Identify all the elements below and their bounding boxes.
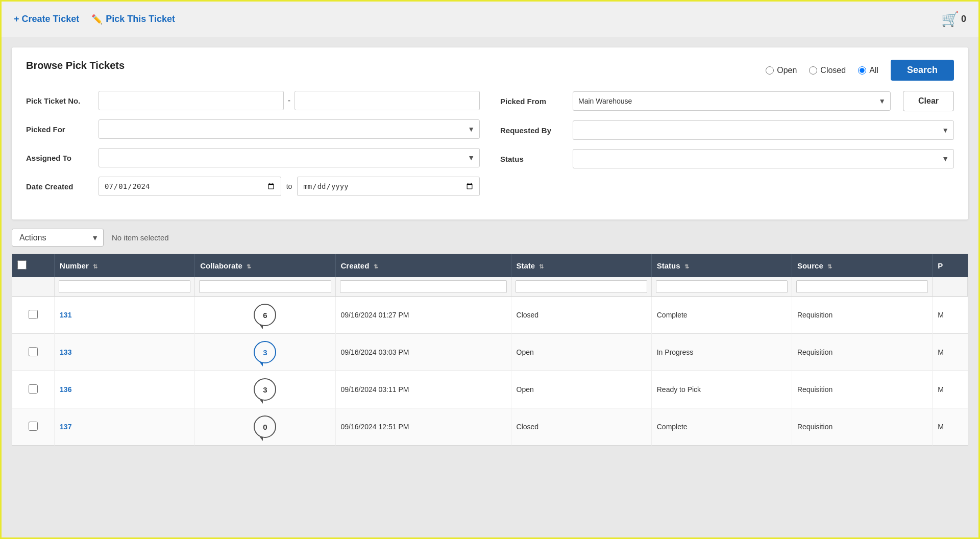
form-grid: Pick Ticket No. - Picked For ▼ [26,91,954,205]
row-number-0[interactable]: 131 [55,297,195,334]
filter-p-cell [933,277,968,297]
radio-closed[interactable] [809,66,817,75]
chat-bubble-0[interactable]: 6 [254,304,276,326]
row-collaborate-3[interactable]: 0 [195,408,335,446]
filter-number-cell [55,277,195,297]
filter-number-input[interactable] [59,280,190,293]
picked-from-row: Picked From Main Warehouse ▼ Clear [500,91,954,111]
row-number-3[interactable]: 137 [55,408,195,446]
status-select-wrap: ▼ [573,149,954,168]
ticket-no-inputs: - [99,91,480,110]
row-checkbox-cell[interactable] [12,334,55,371]
requested-by-label: Requested By [500,126,567,135]
picked-for-label: Picked For [26,125,92,134]
cart-icon: 🛒 [941,11,959,28]
row-source-0: Requisition [792,297,932,334]
pick-ticket-icon: ✏️ [91,14,103,25]
picked-from-select[interactable]: Main Warehouse [573,91,891,111]
ticket-no-to-input[interactable] [295,91,480,110]
picked-from-select-wrap: Main Warehouse ▼ [573,91,891,111]
header-source[interactable]: Source ⇅ [792,254,932,277]
filter-collab-input[interactable] [199,280,331,293]
row-source-3: Requisition [792,408,932,446]
assigned-to-select[interactable] [99,148,480,167]
filter-created-input[interactable] [340,280,507,293]
header-state[interactable]: State ⇅ [511,254,651,277]
header-p[interactable]: P [933,254,968,277]
row-checkbox-cell[interactable] [12,408,55,446]
radio-all[interactable] [858,66,866,75]
top-bar-left: + Create Ticket ✏️ Pick This Ticket [14,14,175,25]
radio-open[interactable] [766,66,774,75]
filter-created-cell [335,277,511,297]
header-number[interactable]: Number ⇅ [55,254,195,277]
header-checkbox-cell[interactable] [12,254,55,277]
pick-this-ticket-link[interactable]: ✏️ Pick This Ticket [91,14,175,25]
radio-closed-label[interactable]: Closed [809,66,846,75]
picked-for-select-wrap: ▼ [99,119,480,139]
row-checkbox-cell[interactable] [12,297,55,334]
row-number-1[interactable]: 133 [55,334,195,371]
filter-state-input[interactable] [516,280,647,293]
select-all-checkbox[interactable] [17,260,27,270]
status-select[interactable] [573,149,954,168]
header-collaborate[interactable]: Collaborate ⇅ [195,254,335,277]
create-ticket-link[interactable]: + Create Ticket [14,14,79,24]
actions-bar: Actions ▼ No item selected [2,222,978,254]
row-checkbox-1[interactable] [29,347,38,356]
browse-title: Browse Pick Tickets [26,60,125,71]
row-p-2: M [933,371,968,408]
search-button[interactable]: Search [891,60,954,81]
picked-from-label: Picked From [500,97,567,106]
row-created-2: 09/16/2024 03:11 PM [335,371,511,408]
date-to-input[interactable] [297,177,480,196]
pick-tickets-table: Number ⇅ Collaborate ⇅ Created ⇅ State ⇅… [12,254,968,446]
date-from-input[interactable] [99,177,281,196]
radio-all-label[interactable]: All [858,66,878,75]
chat-bubble-3[interactable]: 0 [254,415,276,438]
picked-for-select[interactable] [99,119,480,139]
no-item-selected-text: No item selected [112,233,169,242]
row-checkbox-2[interactable] [29,384,38,394]
clear-button[interactable]: Clear [903,91,954,111]
row-checkbox-cell[interactable] [12,371,55,408]
row-checkbox-0[interactable] [29,310,38,319]
filter-state-cell [511,277,651,297]
assigned-to-label: Assigned To [26,154,92,162]
header-status[interactable]: Status ⇅ [651,254,792,277]
chat-bubble-1[interactable]: 3 [254,341,276,363]
row-checkbox-3[interactable] [29,422,38,431]
row-status-2: Ready to Pick [651,371,792,408]
number-sort-icon: ⇅ [93,263,97,270]
radio-open-label[interactable]: Open [766,66,797,75]
filter-source-input[interactable] [796,280,928,293]
filter-status-cell [651,277,792,297]
state-sort-icon: ⇅ [539,263,544,270]
filter-source-cell [792,277,932,297]
actions-select[interactable]: Actions [12,229,104,247]
row-collaborate-2[interactable]: 3 [195,371,335,408]
row-created-1: 09/16/2024 03:03 PM [335,334,511,371]
top-bar: + Create Ticket ✏️ Pick This Ticket 🛒 0 [2,2,978,37]
requested-by-select[interactable] [573,120,954,140]
chat-bubble-2[interactable]: 3 [254,378,276,401]
assigned-to-row: Assigned To ▼ [26,148,480,167]
ticket-no-from-input[interactable] [99,91,284,110]
cart-area[interactable]: 🛒 0 [941,11,966,28]
row-collaborate-0[interactable]: 6 [195,297,335,334]
filter-collab-cell [195,277,335,297]
header-created[interactable]: Created ⇅ [335,254,511,277]
row-state-2: Open [511,371,651,408]
date-created-row: Date Created to [26,177,480,196]
row-number-2[interactable]: 136 [55,371,195,408]
table-filter-row [12,277,968,297]
radio-search-row: Open Closed All Search [766,60,954,81]
row-source-1: Requisition [792,334,932,371]
date-created-label: Date Created [26,182,92,191]
row-state-1: Open [511,334,651,371]
collaborate-sort-icon: ⇅ [247,263,251,270]
filter-status-input[interactable] [656,280,788,293]
row-collaborate-1[interactable]: 3 [195,334,335,371]
pick-ticket-no-row: Pick Ticket No. - [26,91,480,110]
pick-ticket-no-label: Pick Ticket No. [26,96,92,105]
